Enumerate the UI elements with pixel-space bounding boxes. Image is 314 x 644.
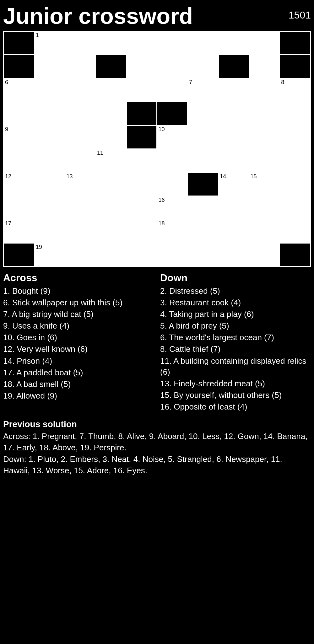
grid-cell-1-8[interactable] [250,55,280,79]
grid-cell-4-2[interactable] [65,126,96,149]
cell-num-11: 11 [97,150,103,156]
grid-cell-6-6 [188,173,219,196]
page-header: Junior crossword 1501 [0,0,314,29]
grid-cell-6-3[interactable] [96,173,127,196]
grid-cell-5-0[interactable] [4,149,35,173]
grid-cell-8-1[interactable] [35,220,66,244]
grid-cell-5-9[interactable] [280,149,311,173]
grid-cell-6-1[interactable] [35,173,66,196]
grid-cell-7-2[interactable] [65,196,96,220]
cell-num-1: 1 [36,32,39,38]
grid-cell-3-7[interactable] [219,102,250,126]
grid-cell-7-3[interactable] [96,196,127,220]
grid-cell-6-0[interactable]: 12 [4,173,35,196]
grid-cell-0-4[interactable] [127,32,158,55]
grid-cell-0-3[interactable] [96,32,127,55]
grid-cell-9-1[interactable]: 19 [35,244,66,267]
grid-cell-7-7[interactable] [219,196,250,220]
grid-cell-7-6[interactable] [188,196,219,220]
grid-cell-3-3[interactable] [96,102,127,126]
grid-cell-5-4[interactable] [127,149,158,173]
grid-cell-7-1[interactable] [35,196,66,220]
grid-cell-2-1[interactable] [35,79,66,102]
grid-cell-9-3[interactable] [96,244,127,267]
grid-cell-3-0[interactable] [4,102,35,126]
grid-cell-4-1[interactable] [35,126,66,149]
grid-cell-0-2[interactable] [65,32,96,55]
grid-cell-8-5[interactable]: 18 [157,220,188,244]
grid-cell-8-0[interactable]: 17 [4,220,35,244]
grid-cell-8-6[interactable] [188,220,219,244]
grid-cell-3-8[interactable] [250,102,280,126]
cell-num-7: 7 [189,79,192,85]
grid-cell-8-9[interactable] [280,220,311,244]
grid-cell-7-5[interactable]: 16 [157,196,188,220]
grid-cell-3-6[interactable] [188,102,219,126]
grid-cell-8-2[interactable] [65,220,96,244]
grid-cell-8-4[interactable] [127,220,158,244]
grid-cell-2-8[interactable] [250,79,280,102]
grid-cell-7-8[interactable] [250,196,280,220]
grid-cell-5-7[interactable] [219,149,250,173]
grid-cell-4-7[interactable] [219,126,250,149]
grid-cell-6-4[interactable] [127,173,158,196]
grid-cell-9-8[interactable] [250,244,280,267]
grid-cell-4-0[interactable]: 9 [4,126,35,149]
cell-num-13: 13 [66,174,73,179]
grid-cell-0-0 [4,32,35,55]
grid-cell-8-7[interactable] [219,220,250,244]
down-clue-4: 5. A bird of prey (5) [160,320,311,331]
grid-cell-6-9[interactable] [280,173,311,196]
grid-cell-4-8[interactable] [250,126,280,149]
grid-cell-9-2[interactable] [65,244,96,267]
grid-cell-6-5[interactable] [157,173,188,196]
grid-cell-2-7[interactable] [219,79,250,102]
grid-cell-1-6[interactable] [188,55,219,79]
grid-cell-1-1[interactable] [35,55,66,79]
grid-cell-5-3[interactable]: 11 [96,149,127,173]
grid-cell-8-8[interactable] [250,220,280,244]
grid-cell-1-2[interactable] [65,55,96,79]
grid-cell-9-5[interactable] [157,244,188,267]
down-clue-7: 11. A building containing displayed reli… [160,356,311,378]
grid-cell-2-5[interactable] [157,79,188,102]
grid-cell-3-2[interactable] [65,102,96,126]
grid-cell-7-0[interactable] [4,196,35,220]
grid-cell-8-3[interactable] [96,220,127,244]
cell-num-9: 9 [5,126,8,132]
grid-cell-6-7[interactable]: 14 [219,173,250,196]
grid-cell-3-9[interactable] [280,102,311,126]
grid-cell-0-8[interactable] [250,32,280,55]
grid-cell-1-5[interactable] [157,55,188,79]
grid-cell-7-9[interactable] [280,196,311,220]
grid-cell-6-2[interactable]: 13 [65,173,96,196]
grid-cell-5-2[interactable] [65,149,96,173]
grid-cell-5-8[interactable] [250,149,280,173]
grid-cell-2-9[interactable]: 8 [280,79,311,102]
grid-cell-9-4[interactable] [127,244,158,267]
grid-cell-3-1[interactable] [35,102,66,126]
grid-cell-9-6[interactable] [188,244,219,267]
cell-num-12: 12 [5,174,11,179]
grid-cell-0-5[interactable] [157,32,188,55]
grid-cell-0-1[interactable]: 1 [35,32,66,55]
grid-cell-9-9 [280,244,311,267]
grid-cell-5-5[interactable] [157,149,188,173]
grid-cell-2-2[interactable] [65,79,96,102]
grid-cell-9-7[interactable] [219,244,250,267]
grid-cell-4-6[interactable] [188,126,219,149]
grid-cell-2-3[interactable] [96,79,127,102]
grid-cell-2-4[interactable] [127,79,158,102]
grid-cell-0-7[interactable] [219,32,250,55]
grid-cell-1-4[interactable] [127,55,158,79]
grid-cell-5-1[interactable] [35,149,66,173]
grid-cell-4-9[interactable] [280,126,311,149]
grid-cell-0-6[interactable] [188,32,219,55]
grid-cell-4-3[interactable] [96,126,127,149]
grid-cell-2-6[interactable]: 7 [188,79,219,102]
grid-cell-6-8[interactable]: 15 [250,173,280,196]
grid-cell-2-0[interactable]: 6 [4,79,35,102]
grid-cell-4-5[interactable]: 10 [157,126,188,149]
grid-cell-7-4[interactable] [127,196,158,220]
grid-cell-5-6[interactable] [188,149,219,173]
